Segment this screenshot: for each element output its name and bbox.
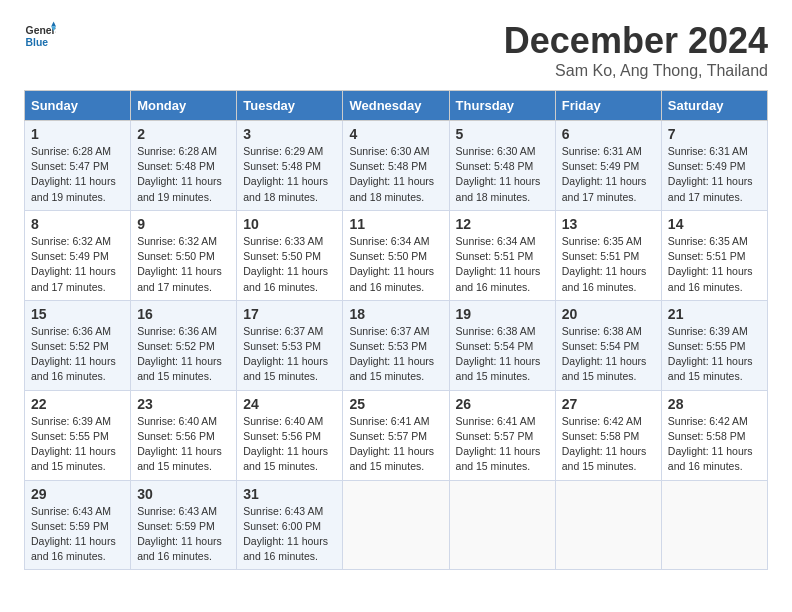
- daylight-label: Daylight: 11 hours and 15 minutes.: [137, 355, 222, 382]
- day-info: Sunrise: 6:29 AM Sunset: 5:48 PM Dayligh…: [243, 144, 336, 205]
- daylight-label: Daylight: 11 hours and 15 minutes.: [137, 445, 222, 472]
- daylight-label: Daylight: 11 hours and 16 minutes.: [31, 535, 116, 562]
- daylight-label: Daylight: 11 hours and 16 minutes.: [668, 265, 753, 292]
- sunrise-label: Sunrise: 6:32 AM: [31, 235, 111, 247]
- sunrise-label: Sunrise: 6:33 AM: [243, 235, 323, 247]
- calendar-cell: [555, 480, 661, 570]
- logo-icon: General Blue: [24, 20, 56, 52]
- calendar-cell: 15 Sunrise: 6:36 AM Sunset: 5:52 PM Dayl…: [25, 300, 131, 390]
- day-number: 10: [243, 216, 336, 232]
- day-info: Sunrise: 6:36 AM Sunset: 5:52 PM Dayligh…: [137, 324, 230, 385]
- daylight-label: Daylight: 11 hours and 15 minutes.: [349, 355, 434, 382]
- day-number: 28: [668, 396, 761, 412]
- daylight-label: Daylight: 11 hours and 19 minutes.: [137, 175, 222, 202]
- header-monday: Monday: [131, 91, 237, 121]
- sunrise-label: Sunrise: 6:40 AM: [243, 415, 323, 427]
- calendar-cell: 24 Sunrise: 6:40 AM Sunset: 5:56 PM Dayl…: [237, 390, 343, 480]
- header-thursday: Thursday: [449, 91, 555, 121]
- sunset-label: Sunset: 5:51 PM: [456, 250, 534, 262]
- calendar-cell: 11 Sunrise: 6:34 AM Sunset: 5:50 PM Dayl…: [343, 210, 449, 300]
- sunset-label: Sunset: 5:55 PM: [668, 340, 746, 352]
- calendar-cell: 17 Sunrise: 6:37 AM Sunset: 5:53 PM Dayl…: [237, 300, 343, 390]
- sunrise-label: Sunrise: 6:37 AM: [349, 325, 429, 337]
- sunset-label: Sunset: 5:51 PM: [562, 250, 640, 262]
- sunrise-label: Sunrise: 6:36 AM: [31, 325, 111, 337]
- svg-marker-2: [51, 22, 56, 27]
- calendar-cell: 30 Sunrise: 6:43 AM Sunset: 5:59 PM Dayl…: [131, 480, 237, 570]
- day-number: 31: [243, 486, 336, 502]
- daylight-label: Daylight: 11 hours and 16 minutes.: [243, 265, 328, 292]
- day-number: 21: [668, 306, 761, 322]
- sunset-label: Sunset: 5:57 PM: [456, 430, 534, 442]
- day-number: 16: [137, 306, 230, 322]
- calendar-week-row: 15 Sunrise: 6:36 AM Sunset: 5:52 PM Dayl…: [25, 300, 768, 390]
- day-info: Sunrise: 6:42 AM Sunset: 5:58 PM Dayligh…: [668, 414, 761, 475]
- sunrise-label: Sunrise: 6:43 AM: [137, 505, 217, 517]
- sunrise-label: Sunrise: 6:42 AM: [668, 415, 748, 427]
- daylight-label: Daylight: 11 hours and 16 minutes.: [668, 445, 753, 472]
- calendar-cell: 13 Sunrise: 6:35 AM Sunset: 5:51 PM Dayl…: [555, 210, 661, 300]
- sunset-label: Sunset: 5:56 PM: [137, 430, 215, 442]
- day-info: Sunrise: 6:40 AM Sunset: 5:56 PM Dayligh…: [243, 414, 336, 475]
- daylight-label: Daylight: 11 hours and 16 minutes.: [31, 355, 116, 382]
- sunset-label: Sunset: 5:49 PM: [562, 160, 640, 172]
- sunrise-label: Sunrise: 6:42 AM: [562, 415, 642, 427]
- calendar-cell: 16 Sunrise: 6:36 AM Sunset: 5:52 PM Dayl…: [131, 300, 237, 390]
- sunset-label: Sunset: 5:48 PM: [349, 160, 427, 172]
- day-info: Sunrise: 6:37 AM Sunset: 5:53 PM Dayligh…: [349, 324, 442, 385]
- header-saturday: Saturday: [661, 91, 767, 121]
- day-info: Sunrise: 6:37 AM Sunset: 5:53 PM Dayligh…: [243, 324, 336, 385]
- daylight-label: Daylight: 11 hours and 18 minutes.: [349, 175, 434, 202]
- calendar-cell: 28 Sunrise: 6:42 AM Sunset: 5:58 PM Dayl…: [661, 390, 767, 480]
- calendar-cell: 27 Sunrise: 6:42 AM Sunset: 5:58 PM Dayl…: [555, 390, 661, 480]
- sunset-label: Sunset: 5:48 PM: [243, 160, 321, 172]
- calendar-cell: 5 Sunrise: 6:30 AM Sunset: 5:48 PM Dayli…: [449, 121, 555, 211]
- sunset-label: Sunset: 5:57 PM: [349, 430, 427, 442]
- sunset-label: Sunset: 5:53 PM: [349, 340, 427, 352]
- header-friday: Friday: [555, 91, 661, 121]
- sunset-label: Sunset: 5:53 PM: [243, 340, 321, 352]
- daylight-label: Daylight: 11 hours and 15 minutes.: [562, 355, 647, 382]
- daylight-label: Daylight: 11 hours and 15 minutes.: [243, 355, 328, 382]
- daylight-label: Daylight: 11 hours and 15 minutes.: [456, 445, 541, 472]
- sunrise-label: Sunrise: 6:39 AM: [31, 415, 111, 427]
- svg-text:General: General: [26, 25, 56, 36]
- calendar-cell: [661, 480, 767, 570]
- day-info: Sunrise: 6:28 AM Sunset: 5:48 PM Dayligh…: [137, 144, 230, 205]
- calendar-cell: [343, 480, 449, 570]
- day-info: Sunrise: 6:35 AM Sunset: 5:51 PM Dayligh…: [668, 234, 761, 295]
- calendar-week-row: 22 Sunrise: 6:39 AM Sunset: 5:55 PM Dayl…: [25, 390, 768, 480]
- header-wednesday: Wednesday: [343, 91, 449, 121]
- sunset-label: Sunset: 5:56 PM: [243, 430, 321, 442]
- sunrise-label: Sunrise: 6:29 AM: [243, 145, 323, 157]
- daylight-label: Daylight: 11 hours and 15 minutes.: [562, 445, 647, 472]
- title-block: December 2024 Sam Ko, Ang Thong, Thailan…: [504, 20, 768, 80]
- calendar-week-row: 1 Sunrise: 6:28 AM Sunset: 5:47 PM Dayli…: [25, 121, 768, 211]
- day-info: Sunrise: 6:41 AM Sunset: 5:57 PM Dayligh…: [456, 414, 549, 475]
- sunset-label: Sunset: 5:51 PM: [668, 250, 746, 262]
- daylight-label: Daylight: 11 hours and 15 minutes.: [349, 445, 434, 472]
- sunrise-label: Sunrise: 6:41 AM: [349, 415, 429, 427]
- day-number: 1: [31, 126, 124, 142]
- sunset-label: Sunset: 5:58 PM: [668, 430, 746, 442]
- calendar-cell: [449, 480, 555, 570]
- day-number: 7: [668, 126, 761, 142]
- day-info: Sunrise: 6:30 AM Sunset: 5:48 PM Dayligh…: [349, 144, 442, 205]
- day-number: 2: [137, 126, 230, 142]
- daylight-label: Daylight: 11 hours and 16 minutes.: [137, 535, 222, 562]
- day-info: Sunrise: 6:31 AM Sunset: 5:49 PM Dayligh…: [562, 144, 655, 205]
- sunrise-label: Sunrise: 6:34 AM: [456, 235, 536, 247]
- calendar-cell: 6 Sunrise: 6:31 AM Sunset: 5:49 PM Dayli…: [555, 121, 661, 211]
- daylight-label: Daylight: 11 hours and 16 minutes.: [562, 265, 647, 292]
- daylight-label: Daylight: 11 hours and 15 minutes.: [31, 445, 116, 472]
- sunrise-label: Sunrise: 6:28 AM: [137, 145, 217, 157]
- sunset-label: Sunset: 5:50 PM: [349, 250, 427, 262]
- day-number: 29: [31, 486, 124, 502]
- day-number: 9: [137, 216, 230, 232]
- sunrise-label: Sunrise: 6:32 AM: [137, 235, 217, 247]
- daylight-label: Daylight: 11 hours and 16 minutes.: [243, 535, 328, 562]
- sunrise-label: Sunrise: 6:31 AM: [562, 145, 642, 157]
- sunset-label: Sunset: 5:50 PM: [243, 250, 321, 262]
- sunset-label: Sunset: 5:52 PM: [31, 340, 109, 352]
- daylight-label: Daylight: 11 hours and 18 minutes.: [243, 175, 328, 202]
